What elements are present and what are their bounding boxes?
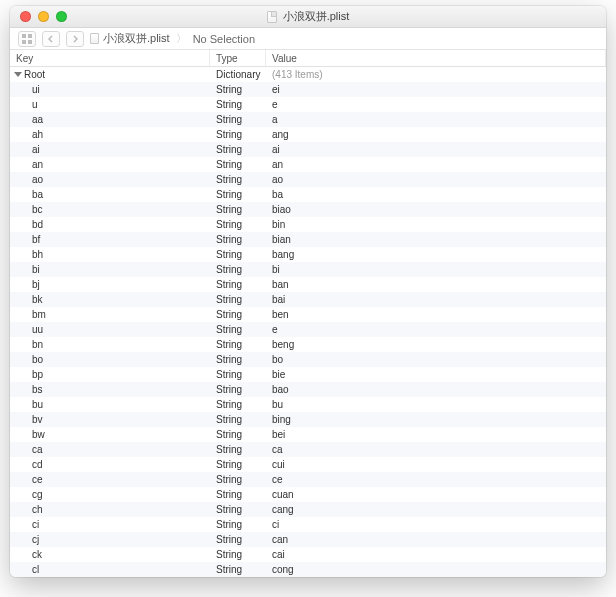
- table-row[interactable]: ciStringci: [10, 517, 606, 532]
- table-row[interactable]: bwStringbei: [10, 427, 606, 442]
- value-cell: bo: [266, 352, 606, 367]
- table-row[interactable]: bpStringbie: [10, 367, 606, 382]
- table-row[interactable]: baStringba: [10, 187, 606, 202]
- table-row[interactable]: bjStringban: [10, 277, 606, 292]
- table-row[interactable]: ahStringang: [10, 127, 606, 142]
- column-header-value[interactable]: Value: [266, 50, 606, 66]
- table-row[interactable]: bdStringbin: [10, 217, 606, 232]
- value-cell: bei: [266, 427, 606, 442]
- type-cell: String: [210, 367, 266, 382]
- key-cell: bd: [32, 219, 43, 230]
- type-cell: String: [210, 112, 266, 127]
- value-cell: ai: [266, 142, 606, 157]
- grid-icon: [22, 34, 32, 44]
- key-cell: ai: [32, 144, 40, 155]
- table-row[interactable]: ceStringce: [10, 472, 606, 487]
- value-cell: cui: [266, 457, 606, 472]
- table-row[interactable]: bcStringbiao: [10, 202, 606, 217]
- key-cell: bi: [32, 264, 40, 275]
- table-row[interactable]: buStringbu: [10, 397, 606, 412]
- key-cell: cl: [32, 564, 39, 575]
- key-cell: Root: [24, 69, 45, 80]
- key-cell: bh: [32, 249, 43, 260]
- type-cell: String: [210, 157, 266, 172]
- key-cell: bc: [32, 204, 43, 215]
- table-row[interactable]: cdStringcui: [10, 457, 606, 472]
- type-cell: String: [210, 472, 266, 487]
- table-row[interactable]: chStringcang: [10, 502, 606, 517]
- disclosure-triangle-icon[interactable]: [14, 72, 22, 77]
- value-cell: ao: [266, 172, 606, 187]
- table-row[interactable]: anStringan: [10, 157, 606, 172]
- plist-file-icon: [90, 33, 99, 44]
- type-cell: String: [210, 442, 266, 457]
- value-cell: bing: [266, 412, 606, 427]
- value-cell: bu: [266, 397, 606, 412]
- key-cell: bo: [32, 354, 43, 365]
- key-cell: uu: [32, 324, 43, 335]
- table-row[interactable]: bvStringbing: [10, 412, 606, 427]
- table-row[interactable]: boStringbo: [10, 352, 606, 367]
- value-cell: ci: [266, 517, 606, 532]
- svg-rect-1: [28, 34, 32, 38]
- table-row[interactable]: ckStringcai: [10, 547, 606, 562]
- key-cell: bj: [32, 279, 40, 290]
- table-row[interactable]: bkStringbai: [10, 292, 606, 307]
- key-cell: ch: [32, 504, 43, 515]
- value-cell: e: [266, 322, 606, 337]
- table-row[interactable]: bsStringbao: [10, 382, 606, 397]
- back-button[interactable]: [42, 31, 60, 47]
- table-row[interactable]: aaStringa: [10, 112, 606, 127]
- table-row[interactable]: biStringbi: [10, 262, 606, 277]
- value-cell: ba: [266, 187, 606, 202]
- value-cell: cuan: [266, 487, 606, 502]
- table-row[interactable]: bfStringbian: [10, 232, 606, 247]
- key-cell: bp: [32, 369, 43, 380]
- table-row[interactable]: bhStringbang: [10, 247, 606, 262]
- forward-button[interactable]: [66, 31, 84, 47]
- root-row[interactable]: RootDictionary(413 Items): [10, 67, 606, 82]
- table-row[interactable]: clStringcong: [10, 562, 606, 577]
- breadcrumb[interactable]: 小浪双拼.plist: [90, 31, 170, 46]
- outline-rows[interactable]: RootDictionary(413 Items)uiStringeiuStri…: [10, 67, 606, 577]
- table-row[interactable]: bmStringben: [10, 307, 606, 322]
- column-header-type[interactable]: Type: [210, 50, 266, 66]
- type-cell: String: [210, 202, 266, 217]
- chevron-left-icon: [47, 35, 55, 43]
- table-row[interactable]: cjStringcan: [10, 532, 606, 547]
- key-cell: bu: [32, 399, 43, 410]
- table-row[interactable]: uStringe: [10, 97, 606, 112]
- table-row[interactable]: aiStringai: [10, 142, 606, 157]
- svg-rect-3: [28, 40, 32, 44]
- type-cell: String: [210, 232, 266, 247]
- key-cell: cj: [32, 534, 39, 545]
- type-cell: String: [210, 187, 266, 202]
- table-row[interactable]: uuStringe: [10, 322, 606, 337]
- chevron-right-icon: [71, 35, 79, 43]
- view-mode-button[interactable]: [18, 31, 36, 47]
- value-cell: ce: [266, 472, 606, 487]
- key-cell: bv: [32, 414, 43, 425]
- table-row[interactable]: uiStringei: [10, 82, 606, 97]
- value-cell: bao: [266, 382, 606, 397]
- table-row[interactable]: bnStringbeng: [10, 337, 606, 352]
- minimize-icon[interactable]: [38, 11, 49, 22]
- table-row[interactable]: aoStringao: [10, 172, 606, 187]
- zoom-icon[interactable]: [56, 11, 67, 22]
- key-cell: bw: [32, 429, 45, 440]
- type-cell: Dictionary: [210, 67, 266, 82]
- key-cell: ck: [32, 549, 42, 560]
- key-cell: ba: [32, 189, 43, 200]
- key-cell: bk: [32, 294, 43, 305]
- value-cell: ca: [266, 442, 606, 457]
- table-row[interactable]: cgStringcuan: [10, 487, 606, 502]
- value-cell: biao: [266, 202, 606, 217]
- key-cell: ca: [32, 444, 43, 455]
- close-icon[interactable]: [20, 11, 31, 22]
- key-cell: ci: [32, 519, 39, 530]
- column-header-key[interactable]: Key: [10, 50, 210, 66]
- value-cell: e: [266, 97, 606, 112]
- type-cell: String: [210, 337, 266, 352]
- value-cell: cong: [266, 562, 606, 577]
- table-row[interactable]: caStringca: [10, 442, 606, 457]
